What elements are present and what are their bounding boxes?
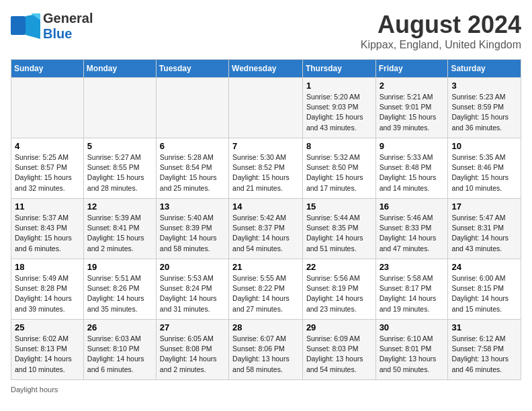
calendar-cell: 25Sunrise: 6:02 AM Sunset: 8:13 PM Dayli…	[11, 320, 84, 380]
day-number: 3	[451, 81, 517, 91]
day-number: 30	[380, 322, 445, 332]
calendar-cell: 14Sunrise: 5:42 AM Sunset: 8:37 PM Dayli…	[229, 199, 303, 259]
calendar-cell: 17Sunrise: 5:47 AM Sunset: 8:31 PM Dayli…	[448, 199, 521, 259]
header: General Blue August 2024 Kippax, England…	[11, 11, 521, 51]
calendar-cell: 7Sunrise: 5:30 AM Sunset: 8:52 PM Daylig…	[229, 138, 303, 199]
day-number: 29	[306, 322, 372, 332]
calendar-cell: 23Sunrise: 5:58 AM Sunset: 8:17 PM Dayli…	[375, 259, 448, 320]
day-header-wednesday: Wednesday	[229, 60, 303, 78]
calendar-cell: 30Sunrise: 6:10 AM Sunset: 8:01 PM Dayli…	[375, 320, 448, 380]
title-area: August 2024 Kippax, England, United King…	[361, 11, 521, 51]
day-header-thursday: Thursday	[302, 60, 375, 78]
calendar-cell: 11Sunrise: 5:37 AM Sunset: 8:43 PM Dayli…	[11, 199, 84, 259]
calendar-cell: 22Sunrise: 5:56 AM Sunset: 8:19 PM Dayli…	[302, 259, 375, 320]
calendar-table: SundayMondayTuesdayWednesdayThursdayFrid…	[11, 59, 521, 380]
day-info: Sunrise: 5:21 AM Sunset: 9:01 PM Dayligh…	[380, 92, 445, 133]
day-info: Sunrise: 5:32 AM Sunset: 8:50 PM Dayligh…	[306, 152, 372, 193]
calendar-cell: 12Sunrise: 5:39 AM Sunset: 8:41 PM Dayli…	[83, 199, 156, 259]
day-info: Sunrise: 5:42 AM Sunset: 8:37 PM Dayligh…	[232, 213, 299, 254]
day-info: Sunrise: 5:27 AM Sunset: 8:55 PM Dayligh…	[87, 152, 152, 193]
day-info: Sunrise: 6:00 AM Sunset: 8:15 PM Dayligh…	[451, 273, 517, 314]
calendar-cell: 27Sunrise: 6:05 AM Sunset: 8:08 PM Dayli…	[156, 320, 228, 380]
day-number: 13	[160, 201, 225, 212]
day-number: 23	[380, 262, 445, 272]
logo-line1: General	[43, 11, 93, 26]
day-info: Sunrise: 5:49 AM Sunset: 8:28 PM Dayligh…	[15, 273, 80, 314]
day-number: 16	[380, 201, 445, 212]
day-number: 25	[15, 322, 80, 332]
day-number: 21	[232, 262, 299, 272]
day-number: 18	[15, 262, 80, 272]
calendar-cell	[156, 78, 228, 138]
day-number: 10	[451, 141, 517, 151]
day-info: Sunrise: 6:05 AM Sunset: 8:08 PM Dayligh…	[160, 334, 225, 375]
calendar-cell: 28Sunrise: 6:07 AM Sunset: 8:06 PM Dayli…	[229, 320, 303, 380]
day-info: Sunrise: 5:40 AM Sunset: 8:39 PM Dayligh…	[160, 213, 225, 254]
day-info: Sunrise: 5:58 AM Sunset: 8:17 PM Dayligh…	[380, 273, 445, 314]
day-number: 19	[87, 262, 152, 272]
day-number: 24	[451, 262, 517, 272]
calendar-cell: 8Sunrise: 5:32 AM Sunset: 8:50 PM Daylig…	[302, 138, 375, 199]
day-number: 8	[306, 141, 372, 151]
day-info: Sunrise: 5:55 AM Sunset: 8:22 PM Dayligh…	[232, 273, 299, 314]
day-number: 11	[15, 201, 80, 212]
day-info: Sunrise: 5:44 AM Sunset: 8:35 PM Dayligh…	[306, 213, 372, 254]
day-header-friday: Friday	[375, 60, 448, 78]
calendar-cell: 2Sunrise: 5:21 AM Sunset: 9:01 PM Daylig…	[375, 78, 448, 138]
day-info: Sunrise: 6:12 AM Sunset: 7:58 PM Dayligh…	[451, 334, 517, 375]
day-header-tuesday: Tuesday	[156, 60, 228, 78]
day-info: Sunrise: 5:39 AM Sunset: 8:41 PM Dayligh…	[87, 213, 152, 254]
calendar-cell: 24Sunrise: 6:00 AM Sunset: 8:15 PM Dayli…	[448, 259, 521, 320]
calendar-cell: 26Sunrise: 6:03 AM Sunset: 8:10 PM Dayli…	[83, 320, 156, 380]
day-header-saturday: Saturday	[448, 60, 521, 78]
calendar-cell: 29Sunrise: 6:09 AM Sunset: 8:03 PM Dayli…	[302, 320, 375, 380]
day-number: 6	[160, 141, 225, 151]
day-info: Sunrise: 5:35 AM Sunset: 8:46 PM Dayligh…	[451, 152, 517, 193]
day-number: 22	[306, 262, 372, 272]
day-info: Sunrise: 6:09 AM Sunset: 8:03 PM Dayligh…	[306, 334, 372, 375]
footer-note: Daylight hours	[11, 385, 521, 394]
calendar-cell: 3Sunrise: 5:23 AM Sunset: 8:59 PM Daylig…	[448, 78, 521, 138]
day-number: 4	[15, 141, 80, 151]
day-number: 15	[306, 201, 372, 212]
calendar-cell: 10Sunrise: 5:35 AM Sunset: 8:46 PM Dayli…	[448, 138, 521, 199]
day-number: 12	[87, 201, 152, 212]
logo: General Blue	[11, 11, 93, 42]
calendar-cell: 5Sunrise: 5:27 AM Sunset: 8:55 PM Daylig…	[83, 138, 156, 199]
day-header-monday: Monday	[83, 60, 156, 78]
day-number: 26	[87, 322, 152, 332]
calendar-cell: 13Sunrise: 5:40 AM Sunset: 8:39 PM Dayli…	[156, 199, 228, 259]
day-info: Sunrise: 5:20 AM Sunset: 9:03 PM Dayligh…	[306, 92, 372, 133]
logo-line2: Blue	[43, 26, 93, 42]
svg-rect-0	[11, 16, 26, 35]
day-number: 5	[87, 141, 152, 151]
day-number: 17	[451, 201, 517, 212]
day-info: Sunrise: 5:30 AM Sunset: 8:52 PM Dayligh…	[232, 152, 299, 193]
calendar-cell: 19Sunrise: 5:51 AM Sunset: 8:26 PM Dayli…	[83, 259, 156, 320]
calendar-cell: 6Sunrise: 5:28 AM Sunset: 8:54 PM Daylig…	[156, 138, 228, 199]
day-number: 28	[232, 322, 299, 332]
daylight-label: Daylight hours	[11, 385, 58, 394]
calendar-cell: 31Sunrise: 6:12 AM Sunset: 7:58 PM Dayli…	[448, 320, 521, 380]
location-title: Kippax, England, United Kingdom	[361, 39, 521, 51]
day-header-sunday: Sunday	[11, 60, 84, 78]
day-info: Sunrise: 5:23 AM Sunset: 8:59 PM Dayligh…	[451, 92, 517, 133]
day-info: Sunrise: 5:53 AM Sunset: 8:24 PM Dayligh…	[160, 273, 225, 314]
day-info: Sunrise: 5:51 AM Sunset: 8:26 PM Dayligh…	[87, 273, 152, 314]
day-info: Sunrise: 6:07 AM Sunset: 8:06 PM Dayligh…	[232, 334, 299, 375]
day-info: Sunrise: 6:02 AM Sunset: 8:13 PM Dayligh…	[15, 334, 80, 375]
day-number: 31	[451, 322, 517, 332]
day-number: 14	[232, 201, 299, 212]
day-number: 7	[232, 141, 299, 151]
day-info: Sunrise: 6:10 AM Sunset: 8:01 PM Dayligh…	[380, 334, 445, 375]
calendar-cell: 4Sunrise: 5:25 AM Sunset: 8:57 PM Daylig…	[11, 138, 84, 199]
calendar-cell	[229, 78, 303, 138]
calendar-cell: 20Sunrise: 5:53 AM Sunset: 8:24 PM Dayli…	[156, 259, 228, 320]
day-info: Sunrise: 5:46 AM Sunset: 8:33 PM Dayligh…	[380, 213, 445, 254]
calendar-cell: 9Sunrise: 5:33 AM Sunset: 8:48 PM Daylig…	[375, 138, 448, 199]
calendar-cell: 16Sunrise: 5:46 AM Sunset: 8:33 PM Dayli…	[375, 199, 448, 259]
day-number: 9	[380, 141, 445, 151]
day-number: 1	[306, 81, 372, 91]
day-number: 2	[380, 81, 445, 91]
calendar-cell: 18Sunrise: 5:49 AM Sunset: 8:28 PM Dayli…	[11, 259, 84, 320]
